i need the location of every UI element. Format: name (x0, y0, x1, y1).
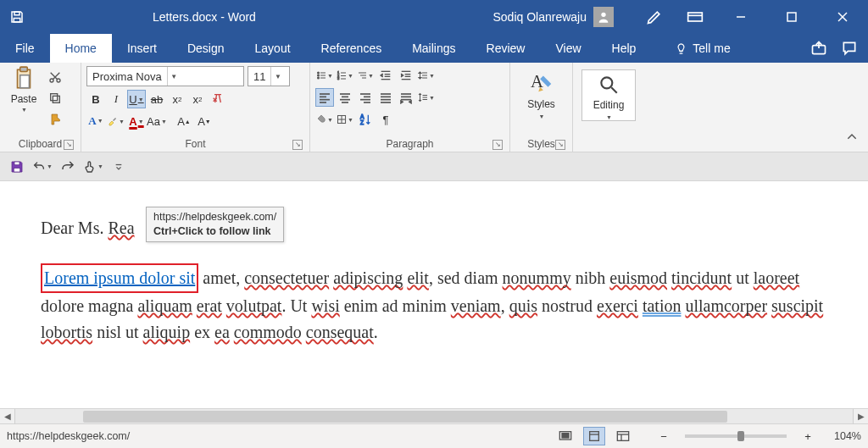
chevron-down-icon[interactable]: ▼ (167, 67, 181, 86)
subscript-button[interactable]: x2 (168, 90, 186, 108)
font-size-combo[interactable]: 11 ▼ (248, 66, 290, 86)
chevron-down-icon: ▼ (606, 114, 612, 120)
distributed-button[interactable] (397, 88, 415, 107)
tab-references[interactable]: References (306, 34, 398, 63)
font-launcher-icon[interactable]: ↘ (292, 140, 303, 150)
text-effects-button[interactable]: A▼ (86, 112, 105, 130)
group-label-font: Font (185, 138, 205, 150)
tab-layout[interactable]: Layout (240, 34, 306, 63)
horizontal-scrollbar[interactable]: ◀ ▶ (0, 408, 868, 423)
close-button[interactable] (817, 0, 868, 34)
bullets-button[interactable]: ▼ (315, 66, 334, 85)
maximize-button[interactable] (766, 0, 817, 34)
svg-rect-75 (14, 168, 20, 172)
web-layout-view-button[interactable] (612, 427, 634, 445)
font-color-button[interactable]: A▼ (127, 112, 146, 130)
scroll-right-button[interactable]: ▶ (853, 409, 868, 424)
multilevel-list-button[interactable]: ▼ (356, 66, 375, 85)
zoom-in-button[interactable]: + (798, 427, 817, 445)
group-styles: A Styles ▼ Styles ↘ (510, 63, 573, 152)
copy-button[interactable] (46, 89, 64, 108)
editing-button[interactable]: Editing ▼ (581, 69, 636, 121)
body-hyperlink[interactable]: Lorem ipsum dolor sit (44, 268, 195, 287)
hyperlink-tooltip: https://helpdeskgeek.com/ Ctrl+Click to … (146, 207, 284, 242)
tab-home[interactable]: Home (50, 34, 112, 63)
tab-file[interactable]: File (0, 34, 50, 63)
scroll-thumb[interactable] (83, 411, 727, 423)
svg-text:A: A (360, 113, 364, 119)
align-center-button[interactable] (336, 88, 354, 107)
increase-indent-button[interactable] (397, 66, 415, 85)
cut-button[interactable] (46, 68, 64, 86)
svg-rect-11 (20, 67, 28, 71)
line-spacing-button[interactable]: ▼ (417, 66, 436, 85)
shading-button[interactable]: ▼ (315, 110, 334, 129)
format-painter-button[interactable] (46, 110, 64, 129)
tell-me-search[interactable]: Tell me (665, 34, 740, 63)
account-area[interactable]: Sodiq Olanrewaju (492, 7, 614, 27)
show-hide-button[interactable]: ¶ (376, 110, 395, 129)
zoom-slider-thumb[interactable] (737, 431, 744, 441)
decrease-indent-button[interactable] (376, 66, 395, 85)
clear-formatting-button[interactable] (209, 90, 227, 108)
status-hyperlink-url: https://helpdeskgeek.com/ (7, 430, 130, 442)
tab-review[interactable]: Review (471, 34, 541, 63)
shrink-font-button[interactable]: A▼ (195, 112, 214, 130)
italic-button[interactable]: I (107, 90, 125, 108)
tab-view[interactable]: View (540, 34, 596, 63)
chevron-down-icon[interactable]: ▼ (270, 67, 284, 86)
tab-insert[interactable]: Insert (112, 34, 172, 63)
redo-button[interactable] (58, 157, 78, 177)
underline-button[interactable]: U▼ (127, 90, 146, 108)
touch-mode-button[interactable]: ▼ (83, 157, 103, 177)
collapse-ribbon-button[interactable] (843, 128, 861, 147)
share-icon[interactable] (810, 40, 827, 57)
print-layout-view-button[interactable] (583, 427, 605, 445)
chevron-down-icon: ▼ (539, 113, 545, 119)
document-title: Letters.docx - Word (153, 10, 256, 24)
comments-icon[interactable] (841, 40, 858, 57)
numbering-button[interactable]: 123▼ (336, 66, 354, 85)
minimize-button[interactable] (715, 0, 766, 34)
paragraph-launcher-icon[interactable]: ↘ (492, 140, 503, 150)
tab-design[interactable]: Design (172, 34, 240, 63)
zoom-level-label[interactable]: 104% (824, 430, 861, 442)
zoom-out-button[interactable]: − (654, 427, 673, 445)
borders-button[interactable]: ▼ (336, 110, 354, 129)
ribbon-display-icon[interactable] (675, 0, 715, 34)
qat-customize-button[interactable] (108, 157, 129, 177)
sort-button[interactable]: AZ (356, 110, 375, 129)
justify-button[interactable] (376, 88, 395, 107)
align-left-button[interactable] (315, 88, 334, 107)
align-right-button[interactable] (356, 88, 375, 107)
svg-text:A: A (530, 72, 542, 91)
tab-mailings[interactable]: Mailings (397, 34, 470, 63)
focus-mode-view-button[interactable] (554, 427, 576, 445)
paragraph-spacing-button[interactable]: ▼ (417, 88, 436, 107)
highlight-button[interactable]: ▼ (107, 112, 125, 130)
svg-point-72 (601, 77, 612, 88)
change-case-button[interactable]: Aa▼ (147, 112, 166, 130)
save-button[interactable] (7, 157, 27, 177)
document-canvas[interactable]: https://helpdeskgeek.com/ Ctrl+Click to … (0, 181, 868, 408)
tab-help[interactable]: Help (597, 34, 652, 63)
styles-button[interactable]: A Styles ▼ (515, 66, 567, 119)
undo-button[interactable]: ▼ (32, 157, 53, 177)
styles-launcher-icon[interactable]: ↘ (555, 140, 565, 150)
superscript-button[interactable]: x2 (188, 90, 207, 108)
group-label-clipboard: Clipboard (19, 138, 62, 150)
svg-rect-74 (14, 162, 19, 165)
body-paragraph: Lorem ipsum dolor sit amet, consectetuer… (41, 263, 827, 346)
bold-button[interactable]: B (86, 90, 105, 108)
scroll-left-button[interactable]: ◀ (0, 409, 15, 424)
document-page: https://helpdeskgeek.com/ Ctrl+Click to … (0, 181, 868, 354)
scroll-track[interactable] (15, 409, 853, 423)
zoom-slider[interactable] (685, 434, 787, 438)
font-name-combo[interactable]: Proxima Nova ▼ (86, 66, 244, 86)
grow-font-button[interactable]: A▲ (175, 112, 193, 130)
paste-button[interactable]: Paste ▼ (5, 66, 42, 129)
svg-text:Z: Z (360, 119, 364, 125)
strikethrough-button[interactable]: ab (147, 90, 166, 108)
clipboard-launcher-icon[interactable]: ↘ (64, 140, 74, 150)
draw-mode-icon[interactable] (634, 0, 675, 34)
